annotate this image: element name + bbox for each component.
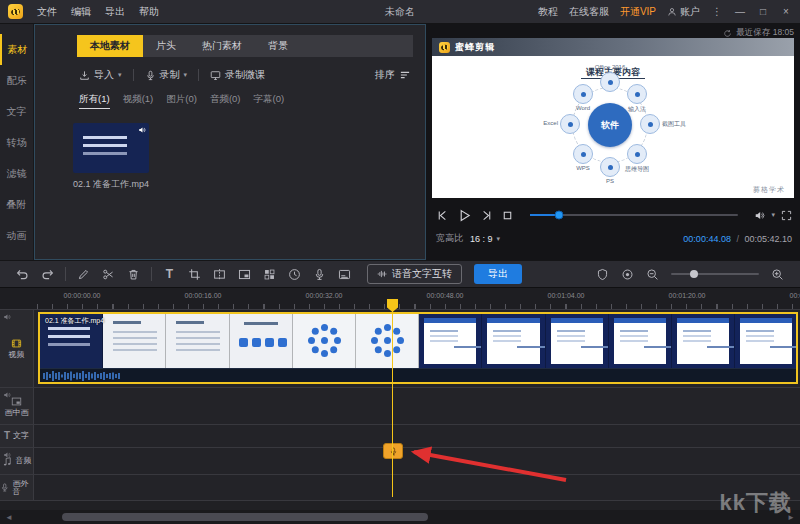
diagram-node: 输入法 xyxy=(627,84,647,104)
track-text-header[interactable]: T文字 xyxy=(0,425,34,447)
track-voiceover-header[interactable]: 画外音 xyxy=(0,475,34,500)
filter-image[interactable]: 图片(0) xyxy=(166,93,197,109)
filter-all[interactable]: 所有(1) xyxy=(79,93,110,109)
subtitle-button[interactable] xyxy=(332,263,357,285)
sort-button[interactable]: 排序 xyxy=(375,68,411,82)
seek-slider-knob[interactable] xyxy=(555,211,564,220)
account-button[interactable]: 账户 xyxy=(667,5,700,19)
speaker-icon[interactable] xyxy=(3,391,11,399)
volume-icon[interactable] xyxy=(754,210,765,221)
tab-hot-material[interactable]: 热门素材 xyxy=(189,35,255,57)
video-preview-stage[interactable]: 蜜蜂剪辑 课程主要内容 Office 2016 输入法 截图工具 思维导图 PS… xyxy=(432,38,794,198)
person-icon xyxy=(667,7,677,17)
sidebar-item-material[interactable]: 素材 xyxy=(0,34,33,65)
sidebar-item-music[interactable]: 配乐 xyxy=(0,65,33,96)
timeline-ruler[interactable]: 00:00:00.00 00:00:16.00 00:00:32.00 00:0… xyxy=(0,288,800,310)
split-button[interactable] xyxy=(207,263,232,285)
seek-slider[interactable] xyxy=(530,214,738,216)
filter-subtitle[interactable]: 字幕(0) xyxy=(254,93,285,109)
media-item-thumbnail[interactable] xyxy=(73,123,149,173)
menu-export[interactable]: 导出 xyxy=(105,5,125,19)
tutorial-link[interactable]: 教程 xyxy=(538,5,558,19)
menu-file[interactable]: 文件 xyxy=(37,5,57,19)
duration-button[interactable] xyxy=(282,263,307,285)
chevron-down-icon[interactable]: ▾ xyxy=(771,211,775,219)
aspect-ratio-value[interactable]: 16 : 9 xyxy=(470,234,493,244)
video-clip-selected[interactable]: 02.1 准备工作.mp4 xyxy=(38,312,798,384)
microphone-icon xyxy=(0,482,9,493)
crop-icon xyxy=(188,268,201,281)
undo-button[interactable] xyxy=(10,263,35,285)
sort-list-icon xyxy=(399,69,411,81)
export-button[interactable]: 导出 xyxy=(474,264,522,284)
cut-button[interactable] xyxy=(96,263,121,285)
minimize-button[interactable]: — xyxy=(734,6,746,17)
media-item-card[interactable]: 02.1 准备工作.mp4 xyxy=(61,123,161,191)
close-button[interactable]: × xyxy=(780,6,792,17)
import-button[interactable]: 导入 ▾ xyxy=(79,68,122,82)
zoom-in-button[interactable] xyxy=(765,263,790,285)
track-audio-lane[interactable] xyxy=(34,448,800,474)
next-frame-button[interactable] xyxy=(480,209,493,222)
speaker-icon[interactable] xyxy=(3,451,11,459)
filmstrip-frame xyxy=(482,314,545,368)
fullscreen-icon[interactable] xyxy=(781,210,792,221)
pip-button[interactable] xyxy=(232,263,257,285)
record-course-button[interactable]: 录制微课 xyxy=(210,68,265,82)
add-text-button[interactable]: T xyxy=(157,263,182,285)
timeline-horizontal-scrollbar[interactable]: ◄ ► xyxy=(0,510,800,524)
tab-intro[interactable]: 片头 xyxy=(143,35,189,57)
voiceover-button[interactable] xyxy=(307,263,332,285)
online-support-link[interactable]: 在线客服 xyxy=(569,5,609,19)
filmstrip-frame xyxy=(356,314,419,368)
speaker-icon[interactable] xyxy=(3,313,11,321)
more-menu-button[interactable]: ⋮ xyxy=(711,6,723,17)
mark-button[interactable] xyxy=(590,263,615,285)
sidebar-item-overlay[interactable]: 叠附 xyxy=(0,189,33,220)
timecode: 00:00:44.08 / 00:05:42.10 xyxy=(683,234,792,244)
tab-background[interactable]: 背景 xyxy=(255,35,301,57)
vip-upgrade-link[interactable]: 开通VIP xyxy=(620,5,656,19)
menu-edit[interactable]: 编辑 xyxy=(71,5,91,19)
zoom-out-button[interactable] xyxy=(640,263,665,285)
record-button[interactable]: 录制 ▾ xyxy=(145,68,188,82)
film-icon xyxy=(11,338,22,349)
delete-button[interactable] xyxy=(121,263,146,285)
menu-help[interactable]: 帮助 xyxy=(139,5,159,19)
edit-button[interactable] xyxy=(71,263,96,285)
zoom-slider-knob[interactable] xyxy=(690,270,698,278)
filter-video[interactable]: 视频(1) xyxy=(123,93,154,109)
ruler-label: 00:00:48.00 xyxy=(427,292,464,299)
previous-frame-button[interactable] xyxy=(436,209,449,222)
sidebar-item-filter[interactable]: 滤镜 xyxy=(0,158,33,189)
stop-button[interactable] xyxy=(501,209,514,222)
track-video-header[interactable]: 视频 xyxy=(0,310,34,387)
snap-button[interactable] xyxy=(615,263,640,285)
voice-text-convert-button[interactable]: 语音文字互转 xyxy=(367,264,462,284)
play-button[interactable] xyxy=(457,208,472,223)
scroll-left-arrow[interactable]: ◄ xyxy=(4,513,14,522)
sidebar-item-animation[interactable]: 动画 xyxy=(0,220,33,251)
scrollbar-thumb[interactable] xyxy=(62,513,428,521)
track-video-lane[interactable]: 02.1 准备工作.mp4 xyxy=(34,310,800,387)
track-audio-header[interactable]: 音频 xyxy=(0,448,34,474)
crop-button[interactable] xyxy=(182,263,207,285)
scrollbar-track[interactable] xyxy=(14,513,786,521)
filter-audio[interactable]: 音频(0) xyxy=(210,93,241,109)
text-clip-marker[interactable] xyxy=(383,443,403,459)
maximize-button[interactable]: □ xyxy=(757,6,769,17)
track-label: 视频 xyxy=(9,351,25,359)
sidebar-item-transition[interactable]: 转场 xyxy=(0,127,33,158)
timeline-zoom-slider[interactable] xyxy=(671,273,759,275)
track-voiceover-lane[interactable] xyxy=(34,475,800,500)
track-pip-header[interactable]: 画中画 xyxy=(0,388,34,424)
mosaic-button[interactable] xyxy=(257,263,282,285)
redo-button[interactable] xyxy=(35,263,60,285)
ruler-label: 00:01:20.00 xyxy=(669,292,706,299)
track-text-lane[interactable] xyxy=(34,425,800,447)
chevron-down-icon[interactable]: ▾ xyxy=(497,235,501,243)
sidebar-item-text[interactable]: 文字 xyxy=(0,96,33,127)
playhead-line[interactable] xyxy=(392,301,393,497)
tab-local-material[interactable]: 本地素材 xyxy=(77,35,143,57)
track-pip-lane[interactable] xyxy=(34,388,800,424)
